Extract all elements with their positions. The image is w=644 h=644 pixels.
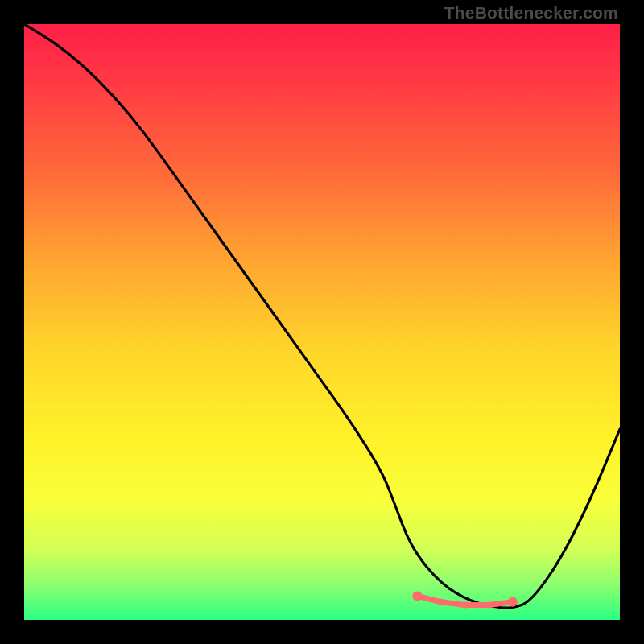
optimal-range-dot	[485, 602, 492, 609]
optimal-range-start-dot	[412, 591, 422, 601]
optimal-range-end-dot	[508, 597, 518, 607]
optimal-range-dot	[438, 599, 444, 605]
curve-svg	[24, 24, 620, 620]
plot-area	[24, 24, 620, 620]
chart-frame: TheBottlenecker.com	[0, 0, 644, 644]
optimal-range-dot	[462, 602, 469, 609]
bottleneck-curve	[24, 24, 620, 608]
attribution-text: TheBottlenecker.com	[444, 3, 618, 23]
